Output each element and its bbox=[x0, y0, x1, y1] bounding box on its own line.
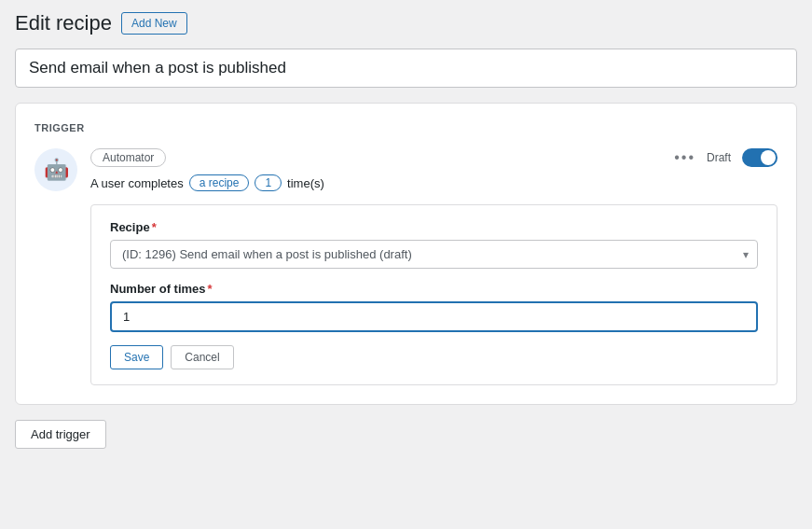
number-of-times-input[interactable] bbox=[110, 301, 758, 332]
page-title: Edit recipe bbox=[15, 11, 112, 35]
number-of-times-group: Number of times* bbox=[110, 282, 758, 332]
recipe-name-input[interactable] bbox=[15, 49, 797, 88]
draft-label: Draft bbox=[707, 151, 731, 164]
more-options-icon[interactable]: ••• bbox=[674, 149, 695, 166]
trigger-form: Recipe* (ID: 1296) Send email when a pos… bbox=[90, 204, 778, 385]
trigger-content: Automator A user completes a recipe 1 ti… bbox=[90, 148, 778, 385]
cancel-button[interactable]: Cancel bbox=[171, 345, 233, 369]
trigger-row: 🤖 Automator A user completes a recipe 1 … bbox=[34, 148, 778, 385]
trigger-actions: ••• Draft bbox=[674, 148, 778, 167]
add-new-button[interactable]: Add New bbox=[121, 12, 187, 35]
number-of-times-label: Number of times* bbox=[110, 282, 758, 296]
trigger-summary: A user completes a recipe 1 time(s) bbox=[90, 174, 778, 191]
recipe-pill[interactable]: a recipe bbox=[189, 174, 250, 191]
recipe-label: Recipe* bbox=[110, 220, 758, 234]
recipe-field-group: Recipe* (ID: 1296) Send email when a pos… bbox=[110, 220, 758, 269]
draft-toggle[interactable] bbox=[742, 148, 778, 167]
form-actions: Save Cancel bbox=[110, 345, 758, 369]
number-required: * bbox=[208, 282, 213, 296]
add-trigger-button[interactable]: Add trigger bbox=[15, 420, 106, 449]
recipe-select[interactable]: (ID: 1296) Send email when a post is pub… bbox=[110, 240, 758, 269]
trigger-card: Trigger 🤖 Automator A user completes a r… bbox=[15, 103, 797, 405]
number-pill[interactable]: 1 bbox=[255, 174, 282, 191]
page-header: Edit recipe Add New bbox=[15, 11, 797, 35]
section-label: Trigger bbox=[34, 122, 778, 133]
summary-suffix: time(s) bbox=[287, 176, 324, 190]
automator-icon: 🤖 bbox=[34, 148, 77, 191]
automator-badge: Automator bbox=[90, 148, 166, 167]
recipe-select-wrapper: (ID: 1296) Send email when a post is pub… bbox=[110, 240, 758, 269]
summary-text: A user completes bbox=[90, 176, 184, 190]
recipe-required: * bbox=[152, 220, 157, 234]
save-button[interactable]: Save bbox=[110, 345, 163, 369]
